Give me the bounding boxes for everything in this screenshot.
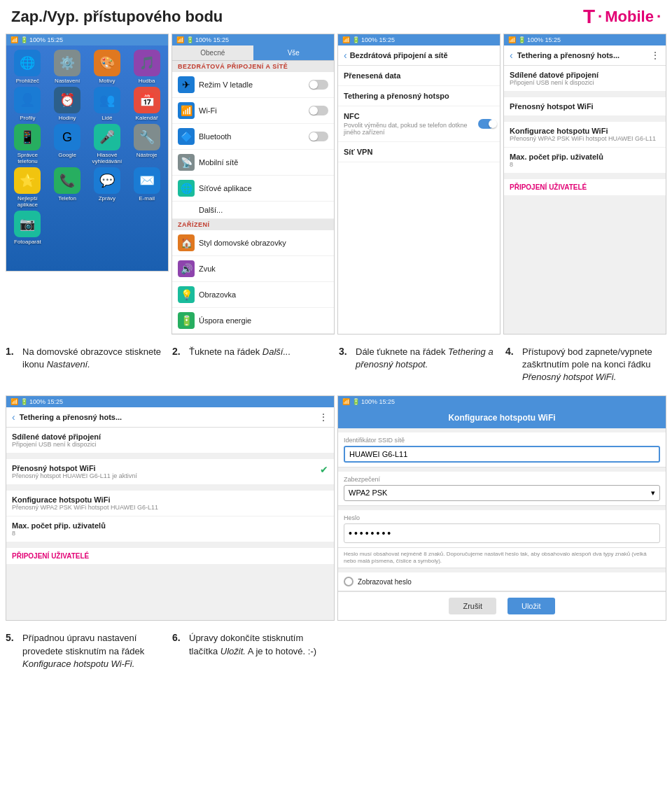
settings-item-styl[interactable]: 🏠 Styl domovské obrazovky (172, 230, 334, 256)
app-icon[interactable]: 📅 Kalendář (128, 87, 165, 121)
cancel-button[interactable]: Zrušit (449, 598, 496, 614)
settings-item-wifi[interactable]: 📶 Wi-Fi (172, 98, 334, 124)
settings-item-bluetooth[interactable]: 🔷 Bluetooth (172, 124, 334, 150)
chevron-down-icon: ▾ (651, 488, 655, 498)
security-select[interactable]: WPA2 PSK ▾ (344, 485, 660, 501)
tethering-item-max: Max. počet přip. uživatelů 8 (504, 148, 666, 174)
app-icon[interactable]: 👥 Lidé (89, 87, 126, 121)
battery-saver-icon: 🔋 (178, 312, 195, 329)
app-icon[interactable]: 🌐 Prohlížeč (9, 50, 46, 84)
app-icon-label: Nejlepší aplikace (9, 195, 46, 208)
ssid-input[interactable] (344, 446, 660, 463)
screenshot-homescreen: 📶 🔋 100% 15:25 🌐 Prohlížeč ⚙️ Nastavení … (6, 34, 169, 272)
tab-obecne[interactable]: Obecné (172, 45, 253, 60)
app-icon-box: 👥 (94, 87, 120, 113)
tethering-item-konfigurace[interactable]: Konfigurace hotspotu WiFi Přenosný WPA2 … (504, 122, 666, 148)
config-header: Konfigurace hotspotu WiFi (338, 407, 666, 428)
status-bar-3: 📶 🔋 100% 15:25 (338, 34, 500, 45)
home-style-icon: 🏠 (178, 234, 195, 251)
tethering-item-hotspot[interactable]: Přenosný hotspot WiFi (504, 97, 666, 116)
save-button[interactable]: Uložit (507, 598, 555, 614)
mobile-network-icon: 📡 (178, 154, 195, 171)
wireless-item-prenesena[interactable]: Přenesená data (338, 66, 500, 86)
show-password-row[interactable]: Zobrazovat heslo (338, 572, 666, 591)
app-icon[interactable]: ✉️ E-mail (128, 167, 165, 208)
section-device: ZAŘÍZENÍ (172, 219, 334, 230)
instruction-1: 1. Na domovské obrazovce stisknete ikonu… (6, 346, 167, 384)
app-icon-box: ⭐ (14, 167, 41, 194)
status-bar-5: 📶 🔋 100% 15:25 (6, 396, 334, 407)
back-arrow-icon[interactable]: ‹ (344, 50, 347, 61)
tab-vse[interactable]: Vše (253, 45, 335, 60)
app-icon[interactable]: 📱 Správce telefonu (9, 124, 46, 164)
app-icon-label: Nastavení (55, 78, 80, 84)
wireless-item-tethering[interactable]: Tethering a přenosný hotspo (338, 86, 500, 106)
security-label: Zabezpečení (344, 476, 660, 483)
tethering-item-konfigurace-5[interactable]: Konfigurace hotspotu WiFi Přenosný WPA2 … (6, 491, 334, 516)
tethering-link-pripojeni[interactable]: PŘIPOJENÍ UŽIVATELÉ (504, 179, 666, 195)
section-wireless: BEZDRÁTOVÁ PŘIPOJENÍ A SÍTĚ (172, 61, 334, 72)
tethering-link-pripojeni-5[interactable]: PŘIPOJENÍ UŽIVATELÉ (6, 548, 334, 564)
app-icon[interactable]: 💬 Zprávy (89, 167, 126, 208)
instruction-5: 5. Případnou úpravu nastavení provedete … (6, 632, 167, 670)
app-icon[interactable]: ⭐ Nejlepší aplikace (9, 167, 46, 208)
display-icon: 💡 (178, 286, 195, 303)
menu-dots-icon[interactable]: ⋮ (650, 50, 660, 61)
settings-item-sitove[interactable]: 🌐 Síťové aplikace (172, 176, 334, 202)
settings-item-dalsi[interactable]: Další... (172, 202, 334, 219)
app-icon[interactable]: 📞 Telefon (49, 167, 86, 208)
instruction-2: 2. Ťuknete na řádek Další... (172, 346, 333, 384)
screenshots-row-2: 📶 🔋 100% 15:25 ‹ Tethering a přenosný ho… (0, 395, 672, 621)
app-icon-box: ✉️ (134, 167, 160, 194)
app-icon[interactable]: 🎨 Motivy (89, 50, 126, 84)
app-icon-label: Profily (20, 115, 35, 121)
settings-item-zvuk[interactable]: 🔊 Zvuk (172, 256, 334, 282)
ssid-label: Identifikátor SSID sítě (344, 437, 660, 444)
toggle-letadlo[interactable] (309, 80, 328, 90)
wireless-item-vpn[interactable]: Síť VPN (338, 142, 500, 162)
wifi-icon: 📶 (178, 102, 195, 119)
app-icon-label: Zprávy (99, 195, 115, 202)
password-dots: •••••••• (349, 528, 393, 539)
app-icon-label: Motivy (99, 78, 115, 84)
toggle-nfc[interactable] (478, 119, 494, 129)
app-icon[interactable]: 🔧 Nástroje (128, 124, 165, 164)
page-header: Zap./Vyp. přístupového bodu T · Mobile · (0, 0, 672, 31)
toggle-wifi[interactable] (309, 106, 328, 115)
tmobile-logo: T · Mobile · (583, 6, 661, 28)
show-password-checkbox[interactable] (344, 577, 354, 586)
logo-mobile: Mobile (605, 8, 654, 26)
app-icon[interactable]: 🎤 Hlasové vyhledávání (89, 124, 126, 164)
config-buttons: Zrušit Uložit (338, 591, 666, 620)
settings-item-uspora[interactable]: 🔋 Úspora energie (172, 308, 334, 334)
app-icon-label: Lidé (102, 115, 112, 121)
password-label: Heslo (344, 514, 660, 521)
settings-item-letadlo[interactable]: ✈ Režim V letadle (172, 72, 334, 98)
app-icon-label: Hodiny (59, 115, 76, 121)
app-icon[interactable]: G Google (49, 124, 86, 164)
app-icon-box: ⏰ (54, 87, 80, 113)
settings-item-obrazovka[interactable]: 💡 Obrazovka (172, 282, 334, 308)
app-icon-box: 🌐 (14, 50, 41, 76)
toggle-bluetooth[interactable] (309, 132, 328, 141)
back-arrow-icon-4[interactable]: ‹ (510, 50, 513, 61)
app-icon-label: Google (58, 152, 76, 158)
app-icon[interactable]: 👤 Profily (9, 87, 46, 121)
wireless-item-nfc[interactable]: NFC Povolit výměnu dat, pokud se telefon… (338, 106, 500, 142)
app-icon[interactable]: 🎵 Hudba (128, 50, 165, 84)
app-icon[interactable]: ⚙️ Nastavení (49, 50, 86, 84)
screenshot-settings: 📶 🔋 100% 15:25 Obecné Vše BEZDRÁTOVÁ PŘI… (172, 34, 335, 335)
sound-icon: 🔊 (178, 260, 195, 277)
app-icon-label: Správce telefonu (9, 152, 46, 164)
app-icon[interactable]: ⏰ Hodiny (49, 87, 86, 121)
app-icon[interactable]: 📷 Fotoaparát (9, 211, 46, 245)
app-icon-box: 🔧 (134, 124, 160, 150)
app-icon-label: Hlasové vyhledávání (89, 152, 126, 164)
screenshot-tethering-active: 📶 🔋 100% 15:25 ‹ Tethering a přenosný ho… (6, 395, 335, 621)
menu-dots-icon-5[interactable]: ⋮ (318, 411, 328, 423)
config-note: Heslo musí obsahovat nejméně 8 znaků. Do… (338, 548, 666, 569)
tethering-item-hotspot-5[interactable]: Přenosný hotspot WiFi Přenosný hotspot H… (6, 459, 334, 485)
app-icon-label: Fotoaparát (14, 239, 41, 245)
back-arrow-icon-5[interactable]: ‹ (12, 411, 15, 423)
settings-item-mobilni[interactable]: 📡 Mobilní sítě (172, 150, 334, 176)
